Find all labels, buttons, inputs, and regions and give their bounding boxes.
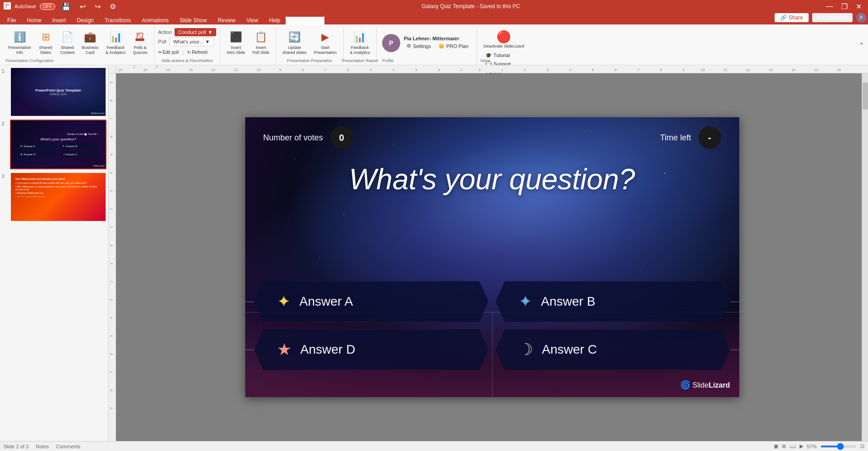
slide-canvas[interactable]: Number of votes 0 Time left - xyxy=(245,117,739,397)
answer-b[interactable]: ✦ Answer B xyxy=(496,281,730,322)
presentation-info-btn[interactable]: ℹ️ PresentationInfo xyxy=(5,28,34,57)
tab-insert[interactable]: Insert xyxy=(47,16,71,24)
user-avatar-header[interactable]: P xyxy=(856,13,866,23)
action-label: Action xyxy=(158,29,172,35)
svg-text:1: 1 xyxy=(109,262,113,264)
minimize-btn[interactable]: — xyxy=(823,1,836,11)
svg-text:7: 7 xyxy=(109,117,113,120)
svg-text:8: 8 xyxy=(109,99,113,101)
update-shared-btn[interactable]: 🔄 Updateshared slides xyxy=(280,28,309,57)
business-card-label: BusinessCard xyxy=(82,45,99,55)
answer-c-line-right xyxy=(730,350,739,350)
autosave-toggle[interactable]: OFF xyxy=(40,3,55,10)
feedback-report-btn[interactable]: 📊 Feedback& Analytics xyxy=(347,28,373,57)
tab-slideshow[interactable]: Slide Show xyxy=(174,16,212,24)
edit-poll-btn[interactable]: ✏ Edit poll xyxy=(158,50,179,55)
feedback-report-label: Feedback& Analytics xyxy=(350,45,370,55)
profile-group-label: Profile xyxy=(382,58,394,63)
slide-item-1[interactable]: 1 PowerPoint Quiz Template Galaxy Quiz S… xyxy=(2,67,107,117)
tab-help[interactable]: Help xyxy=(264,16,286,24)
settings-label: Settings xyxy=(413,43,431,49)
tab-home[interactable]: Home xyxy=(21,16,47,24)
answer-d[interactable]: ★ Answer D xyxy=(254,329,489,370)
tab-review[interactable]: Review xyxy=(212,16,241,24)
slide2-votes: Number of votes ⬤ Time left — xyxy=(67,133,99,135)
vertical-scrollbar[interactable] xyxy=(862,73,868,441)
zoom-slider[interactable] xyxy=(820,446,857,447)
whats-your-btn[interactable]: What's your... ▼ xyxy=(169,37,214,46)
save-icon[interactable]: 💾 xyxy=(59,1,73,12)
slide3-bullet3: • Download SlideLizard now xyxy=(15,192,101,194)
slide-row: 9 8 7 6 5 4 3 2 1 0 1 2 3 4 5 xyxy=(109,73,868,441)
redo-icon[interactable]: ↪ xyxy=(92,1,103,12)
autosave-label: AutoSave xyxy=(15,4,36,9)
answer-c[interactable]: ☽ Answer C xyxy=(496,329,730,370)
pro-plan-btn[interactable]: 👑 PRO Plan xyxy=(436,42,471,50)
insert-intro-icon: ⬛ xyxy=(229,30,243,44)
insert-poll-btn[interactable]: 📋 InsertPoll Slide xyxy=(250,28,272,57)
customize-icon[interactable]: ⚙ xyxy=(107,1,119,12)
slide-thumb-inner-1: PowerPoint Quiz Template Galaxy Quiz Sli… xyxy=(11,68,106,116)
slide-thumb-2[interactable]: Number of votes ⬤ Time left — What's you… xyxy=(10,120,107,169)
svg-text:7: 7 xyxy=(325,68,327,72)
slide-number-2: 2 xyxy=(2,120,8,126)
shared-slides-btn[interactable]: ⊞ SharedSlides xyxy=(36,28,56,57)
slide-thumb-1[interactable]: PowerPoint Quiz Template Galaxy Quiz Sli… xyxy=(10,67,107,117)
view-normal-btn[interactable]: ▣ xyxy=(774,443,778,449)
profile-name: Pia Lehner- Mittermaier xyxy=(404,36,471,41)
undo-icon[interactable]: ↩ xyxy=(77,1,88,12)
feedback-label: Feedback& Analytics xyxy=(106,45,126,55)
deactivate-btn[interactable]: 🔴 Deactivate SlideLizard xyxy=(481,28,527,51)
tab-view[interactable]: View xyxy=(241,16,264,24)
ruler-row: 16 15 14 13 12 11 10 9 8 7 6 5 4 3 xyxy=(109,65,868,73)
votes-count: 0 xyxy=(339,133,344,143)
notes-btn[interactable]: Notes xyxy=(36,444,49,449)
insert-intro-btn[interactable]: ⬛ InsertIntro Slide xyxy=(224,28,248,57)
conduct-poll-btn[interactable]: Conduct poll ▼ xyxy=(175,28,216,36)
canvas-area[interactable]: Number of votes 0 Time left - xyxy=(116,73,868,441)
status-right: ▣ ⊞ 📖 ▶ 57% ⊡ xyxy=(774,443,864,449)
refresh-icon: ↻ xyxy=(187,50,191,55)
logo-text: SlideLizard xyxy=(693,381,730,389)
feedback-analytics-btn[interactable]: 📊 Feedback& Analytics xyxy=(103,28,128,57)
pres-report-group: 📊 Feedback& Analytics Presentation Repor… xyxy=(344,26,377,65)
slide-item-2[interactable]: 2 Number of votes ⬤ Time left — What's y… xyxy=(2,120,107,169)
zoom-fit-btn[interactable]: ⊡ xyxy=(860,443,864,449)
start-pres-btn[interactable]: ▶ StartPresentation xyxy=(311,28,339,57)
share-button[interactable]: 🔗 Share xyxy=(775,13,809,22)
dropdown-arrow-icon: ▼ xyxy=(208,29,213,35)
tab-design[interactable]: Design xyxy=(71,16,99,24)
view-reading-btn[interactable]: 📖 xyxy=(790,443,796,449)
shared-content-btn[interactable]: 📄 SharedContent xyxy=(58,28,78,57)
tab-file[interactable]: File xyxy=(2,16,21,24)
svg-text:5: 5 xyxy=(370,68,372,72)
conduct-poll-label: Conduct poll xyxy=(178,29,206,35)
view-slideshow-btn[interactable]: ▶ xyxy=(800,443,803,449)
tab-slidelizard[interactable]: SlideLizard xyxy=(286,15,324,25)
ribbon-collapse-btn[interactable]: ⌃ xyxy=(857,26,866,65)
comments-button[interactable]: ✉ Comments xyxy=(812,13,853,22)
settings-btn[interactable]: ⚙ Settings xyxy=(404,42,434,50)
svg-text:12: 12 xyxy=(746,68,750,72)
polls-quizzes-btn[interactable]: 🗳 Polls &Quizzes xyxy=(130,28,150,57)
slide-item-3[interactable]: 3 Use SlideLizard and elevate your Quiz!… xyxy=(2,172,107,222)
view-slide-sorter-btn[interactable]: ⊞ xyxy=(782,443,786,449)
business-card-btn[interactable]: 💼 BusinessCard xyxy=(79,28,102,57)
restore-btn[interactable]: ❐ xyxy=(839,1,850,12)
comments-status-btn[interactable]: Comments xyxy=(56,444,80,449)
slide-thumb-3[interactable]: Use SlideLizard and elevate your Quiz! •… xyxy=(10,172,107,222)
slide-area-wrapper: 16 15 14 13 12 11 10 9 8 7 6 5 4 3 xyxy=(109,65,868,441)
svg-text:15: 15 xyxy=(814,68,818,72)
answer-a[interactable]: ✦ Answer A xyxy=(254,281,489,322)
tab-transitions[interactable]: Transitions xyxy=(99,16,136,24)
tab-animations[interactable]: Animations xyxy=(136,16,174,24)
scrollbar-thumb-v[interactable] xyxy=(863,82,868,110)
user-avatar[interactable]: P xyxy=(382,34,400,52)
pro-plan-label: PRO Plan xyxy=(446,43,469,49)
whats-your-label: What's your... xyxy=(173,39,203,44)
shared-content-label: SharedContent xyxy=(60,45,75,55)
svg-text:10: 10 xyxy=(257,68,261,72)
close-btn[interactable]: ✕ xyxy=(853,1,864,12)
votes-section: Number of votes 0 xyxy=(263,126,353,149)
refresh-btn[interactable]: ↻ Refresh xyxy=(187,50,208,55)
